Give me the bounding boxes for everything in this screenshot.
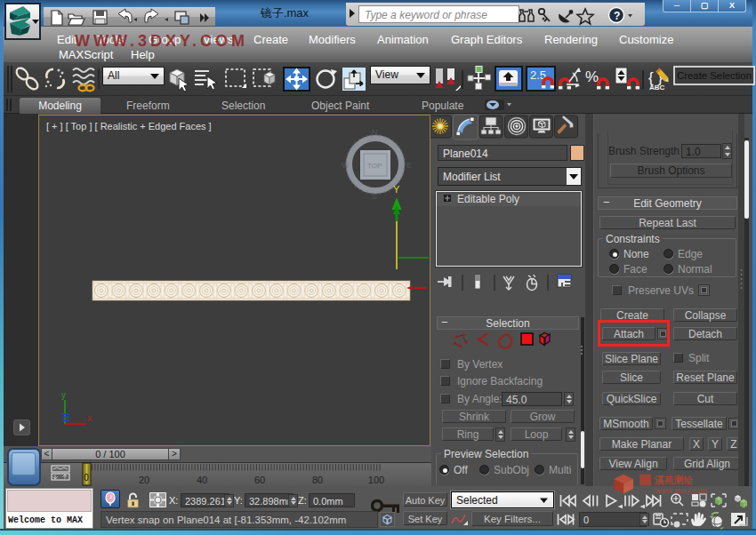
svg-text:WWW.3DXY.COM: WWW.3DXY.COM bbox=[655, 487, 707, 495]
svg-text:TOP: TOP bbox=[367, 162, 382, 170]
svg-text:W: W bbox=[342, 161, 350, 170]
svg-text:Create Selection: Create Selection bbox=[677, 69, 752, 82]
svg-text:%: % bbox=[585, 68, 599, 85]
svg-text:E: E bbox=[406, 161, 412, 170]
svg-text:N: N bbox=[372, 128, 378, 137]
svg-text:20: 20 bbox=[139, 475, 149, 485]
svg-text:100: 100 bbox=[368, 475, 384, 485]
svg-text:Y: Y bbox=[393, 184, 400, 195]
svg-text:S: S bbox=[372, 192, 377, 201]
svg-text:60: 60 bbox=[254, 475, 265, 485]
svg-text:x: x bbox=[87, 413, 92, 423]
svg-text:溪苑测绘: 溪苑测绘 bbox=[654, 475, 694, 485]
svg-text:y: y bbox=[61, 390, 66, 400]
svg-text:ABC: ABC bbox=[649, 84, 665, 92]
svg-text:80: 80 bbox=[312, 475, 323, 485]
svg-text:?: ? bbox=[614, 10, 620, 22]
svg-text:40: 40 bbox=[197, 475, 207, 485]
svg-text:0: 0 bbox=[84, 473, 89, 483]
